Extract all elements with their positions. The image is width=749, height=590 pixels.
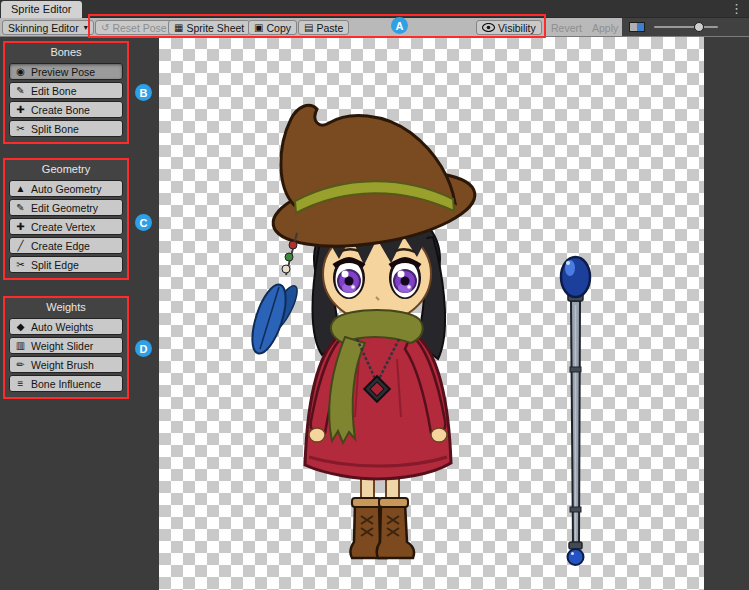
weight-slider-button[interactable]: ▥ Weight Slider [9,337,123,354]
annotation-badge-c: C [135,214,152,231]
split-bone-label: Split Bone [31,123,79,135]
paste-button[interactable]: ▤ Paste [298,20,349,35]
preview-pose-button[interactable]: ◉ Preview Pose [9,63,123,80]
create-bone-button[interactable]: ✚ Create Bone [9,101,123,118]
split-bone-button[interactable]: ✂ Split Bone [9,120,123,137]
create-vertex-label: Create Vertex [31,221,95,233]
weight-brush-button[interactable]: ✏ Weight Brush [9,356,123,373]
zoom-slider-knob[interactable] [694,22,704,32]
annotation-badge-d: D [135,340,152,357]
weights-panel: Weights ◆ Auto Weights ▥ Weight Slider ✏… [3,296,129,399]
preview-pose-label: Preview Pose [31,66,95,78]
kebab-menu-icon[interactable]: ⋮ [730,1,743,17]
visibility-eye-icon [482,22,495,34]
auto-weights-label: Auto Weights [31,321,93,333]
visibility-label: Visibility [498,22,536,34]
bones-panel: Bones ◉ Preview Pose ✎ Edit Bone ✚ Creat… [3,41,129,144]
skinning-editor-dropdown-label: Skinning Editor [8,22,79,34]
sprite-sheet-label: Sprite Sheet [186,22,244,34]
bone-influence-label: Bone Influence [31,378,101,390]
auto-weights-icon: ◆ [15,322,26,332]
sprite-preview-mode-toggle-icon[interactable] [629,22,645,32]
weight-brush-icon: ✏ [15,360,26,370]
sprite-sheet-icon: ▦ [174,23,183,33]
geometry-panel-title: Geometry [5,161,127,178]
create-edge-label: Create Edge [31,240,90,252]
split-edge-icon: ✂ [15,260,26,270]
auto-geometry-label: Auto Geometry [31,183,102,195]
tab-sprite-editor[interactable]: Sprite Editor [1,1,82,18]
edit-bone-icon: ✎ [15,86,26,96]
create-bone-icon: ✚ [15,105,26,115]
sprite-editor-window: Sprite Editor ⋮ Skinning Editor ▾ ↺ Rese… [0,0,749,590]
weight-slider-label: Weight Slider [31,340,93,352]
reset-pose-button[interactable]: ↺ Reset Pose [95,20,173,35]
weight-slider-icon: ▥ [15,341,26,351]
edit-bone-label: Edit Bone [31,85,77,97]
geometry-panel: Geometry ▲ Auto Geometry ✎ Edit Geometry… [3,158,129,280]
zoom-slider[interactable] [654,18,722,36]
weight-brush-label: Weight Brush [31,359,94,371]
paste-label: Paste [316,22,343,34]
tab-bar: Sprite Editor ⋮ [0,0,749,18]
edit-geometry-icon: ✎ [15,203,26,213]
canvas-artwork [159,37,704,590]
paste-icon: ▤ [304,23,313,33]
visibility-toggle[interactable]: Visibility [476,20,542,35]
weights-panel-title: Weights [5,299,127,316]
bones-panel-title: Bones [5,44,127,61]
toolbar: Skinning Editor ▾ ↺ Reset Pose ▦ Sprite … [0,18,749,37]
bone-influence-icon: ≡ [15,379,26,389]
sprite-canvas[interactable] [159,37,704,590]
edit-geometry-button[interactable]: ✎ Edit Geometry [9,199,123,216]
staff-sprite[interactable] [561,257,590,565]
preview-pose-icon: ◉ [15,67,26,77]
bone-influence-button[interactable]: ≡ Bone Influence [9,375,123,392]
create-vertex-icon: ✚ [15,222,26,232]
copy-label: Copy [266,22,291,34]
auto-geometry-button[interactable]: ▲ Auto Geometry [9,180,123,197]
chevron-down-icon: ▾ [84,23,88,32]
split-bone-icon: ✂ [15,124,26,134]
toggle-left-half [630,23,637,31]
edit-geometry-label: Edit Geometry [31,202,98,214]
split-edge-label: Split Edge [31,259,79,271]
copy-button[interactable]: ▣ Copy [248,20,297,35]
create-edge-icon: ╱ [15,241,26,251]
toggle-right-half [637,23,644,31]
copy-icon: ▣ [254,23,263,33]
create-bone-label: Create Bone [31,104,90,116]
create-vertex-button[interactable]: ✚ Create Vertex [9,218,123,235]
annotation-badge-a: A [391,17,408,34]
auto-weights-button[interactable]: ◆ Auto Weights [9,318,123,335]
apply-button[interactable]: Apply [592,22,618,34]
annotation-badge-b: B [135,84,152,101]
split-edge-button[interactable]: ✂ Split Edge [9,256,123,273]
revert-button[interactable]: Revert [551,22,582,34]
character-sprite[interactable] [246,105,481,558]
create-edge-button[interactable]: ╱ Create Edge [9,237,123,254]
sprite-sheet-button[interactable]: ▦ Sprite Sheet [168,20,250,35]
toolbar-right-section [622,18,749,36]
reset-pose-label: Reset Pose [112,22,166,34]
zoom-slider-track[interactable] [654,26,718,28]
skinning-editor-dropdown[interactable]: Skinning Editor ▾ [2,20,94,35]
edit-bone-button[interactable]: ✎ Edit Bone [9,82,123,99]
reset-pose-icon: ↺ [101,23,109,33]
auto-geometry-icon: ▲ [15,184,26,194]
